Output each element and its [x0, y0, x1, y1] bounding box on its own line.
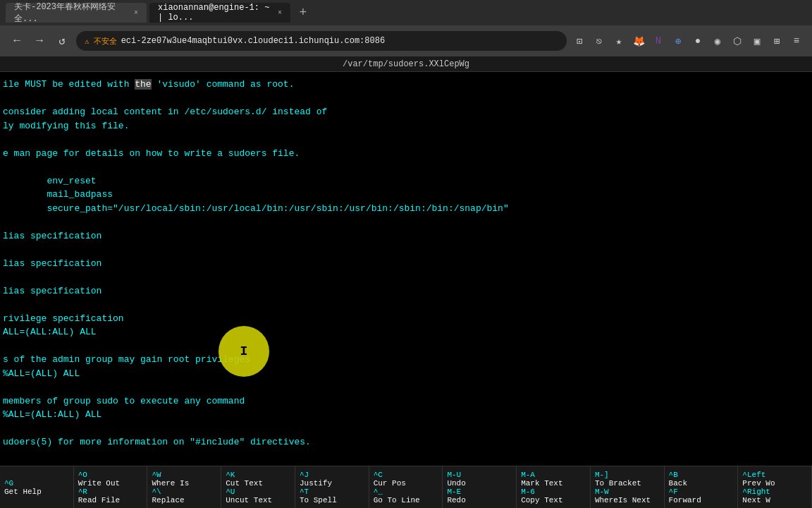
tab-1-close[interactable]: ×: [134, 9, 138, 17]
bottom-item-curpos: ^C Cur Pos ^_ Go To Line: [369, 466, 443, 508]
protocol-warning: 不安全: [94, 36, 117, 47]
copy-label: Copy Text: [521, 496, 562, 504]
extensions-icon[interactable]: 🦊: [632, 34, 646, 48]
url-text: eci-2ze07w3ue4maqbtui0vx.cloudeci1.ichun…: [121, 36, 385, 46]
bottom-item-prevword: ^Left Prev Wo ^Right Next W: [738, 466, 812, 508]
forward-nav-shortcut: ^F: [669, 488, 678, 496]
extension7-icon[interactable]: ⊞: [770, 34, 784, 48]
share-icon[interactable]: ⎋: [592, 34, 606, 48]
extension2-icon[interactable]: ⊕: [671, 34, 685, 48]
menu-icon[interactable]: ≡: [789, 34, 804, 48]
forward-button[interactable]: →: [31, 35, 48, 47]
bottom-item-justify: ^J Justify ^T To Spell: [295, 466, 369, 508]
address-bar-row: ← → ↺ ⚠ 不安全 eci-2ze07w3ue4maqbtui0vx.clo…: [0, 25, 812, 56]
bottom-item-where: ^W Where Is ^\ Replace: [147, 466, 221, 508]
bottom-item-write: ^O Write Out ^R Read File: [74, 466, 148, 508]
bottom-item-mark: M-A Mark Text M-6 Copy Text: [517, 466, 591, 508]
extension4-icon[interactable]: ◉: [710, 34, 725, 48]
read-label: Read File: [78, 496, 120, 504]
spell-label: To Spell: [300, 496, 337, 504]
prevword-label: Prev Wo: [742, 479, 775, 488]
whereis-label: WhereIs Next: [595, 496, 651, 504]
mark-label: Mark Text: [521, 479, 562, 488]
cut-shortcut: ^K: [226, 471, 235, 479]
toolbar-icons: ⊡ ⎋ ★ 🦊 N ⊕ ● ◉ ⬡ ▣ ⊞ ≡: [572, 34, 804, 48]
undo-label: Undo: [447, 479, 465, 488]
onenote-icon[interactable]: N: [651, 34, 665, 48]
bottom-item-back: ^B Back ^F Forward: [665, 466, 739, 508]
goto-shortcut: ^_: [374, 488, 383, 496]
prevword-shortcut: ^Left: [742, 471, 765, 479]
bracket-shortcut: M-]: [595, 471, 609, 479]
replace-label: Replace: [152, 496, 184, 504]
refresh-button[interactable]: ↺: [54, 34, 70, 48]
help-shortcut: ^G: [4, 479, 13, 488]
security-warning-icon: ⚠: [85, 37, 90, 46]
spell-shortcut: ^T: [300, 488, 309, 496]
where-label: Where Is: [152, 479, 189, 488]
replace-shortcut: ^\: [152, 488, 161, 496]
browser-chrome: 关卡-2023年春秋杯网络安全... × xiaonannan@engine-1…: [0, 0, 812, 56]
curpos-label: Cur Pos: [374, 479, 406, 488]
undo-shortcut: M-U: [447, 471, 461, 479]
justify-shortcut: ^J: [300, 471, 309, 479]
terminal-text: ile MUST be edited with the 'visudo' com…: [3, 78, 809, 466]
extension6-icon[interactable]: ▣: [750, 34, 764, 48]
tab-bar: 关卡-2023年春秋杯网络安全... × xiaonannan@engine-1…: [0, 0, 812, 25]
read-shortcut: ^R: [78, 488, 87, 496]
new-tab-button[interactable]: +: [293, 3, 313, 23]
nextword-label: Next W: [742, 496, 770, 504]
screenshot-icon[interactable]: ⊡: [572, 34, 586, 48]
nextword-shortcut: ^Right: [742, 488, 770, 496]
address-bar[interactable]: ⚠ 不安全 eci-2ze07w3ue4maqbtui0vx.cloudeci1…: [76, 31, 567, 51]
tab-2[interactable]: xiaonannan@engine-1: ~ | lo... ×: [149, 3, 290, 23]
cut-label: Cut Text: [226, 479, 263, 488]
extension3-icon[interactable]: ●: [691, 34, 705, 48]
bottom-item-cut: ^K Cut Text ^U Uncut Text: [221, 466, 295, 508]
tab-1-label: 关卡-2023年春秋杯网络安全...: [14, 3, 128, 23]
copy-shortcut: M-6: [521, 488, 535, 496]
write-shortcut: ^O: [78, 471, 87, 479]
tab-2-label: xiaonannan@engine-1: ~ | lo...: [158, 3, 272, 23]
whereis-shortcut: M-W: [595, 488, 609, 496]
uncut-shortcut: ^U: [226, 488, 235, 496]
curpos-shortcut: ^C: [374, 471, 383, 479]
justify-label: Justify: [300, 479, 332, 488]
bottom-item-help: ^G Get Help: [0, 466, 74, 508]
bookmark-icon[interactable]: ★: [612, 34, 626, 48]
back-button[interactable]: ←: [8, 35, 25, 47]
terminal-content[interactable]: ile MUST be edited with the 'visudo' com…: [0, 72, 812, 466]
bottom-bar: ^G Get Help ^O Write Out ^R Read File ^W…: [0, 466, 812, 508]
bottom-item-undo: M-U Undo M-E Redo: [443, 466, 517, 508]
bracket-label: To Bracket: [595, 479, 641, 488]
mark-shortcut: M-A: [521, 471, 535, 479]
goto-label: Go To Line: [374, 496, 420, 504]
help-label: Get Help: [4, 488, 42, 496]
tab-1[interactable]: 关卡-2023年春秋杯网络安全... ×: [6, 3, 147, 23]
terminal-title-bar: /var/tmp/sudoers.XXlCepWg: [0, 56, 812, 72]
forward-nav-label: Forward: [669, 496, 701, 504]
back-nav-shortcut: ^B: [669, 471, 678, 479]
redo-label: Redo: [447, 496, 465, 504]
write-label: Write Out: [78, 479, 120, 488]
cursor-indicator: I: [219, 326, 269, 377]
bottom-item-bracket: M-] To Bracket M-W WhereIs Next: [591, 466, 665, 508]
where-shortcut: ^W: [152, 471, 161, 479]
back-nav-label: Back: [669, 479, 687, 488]
uncut-label: Uncut Text: [226, 496, 272, 504]
tab-2-close[interactable]: ×: [278, 9, 282, 17]
redo-shortcut: M-E: [447, 488, 461, 496]
terminal-title: /var/tmp/sudoers.XXlCepWg: [343, 59, 469, 69]
extension5-icon[interactable]: ⬡: [730, 34, 744, 48]
